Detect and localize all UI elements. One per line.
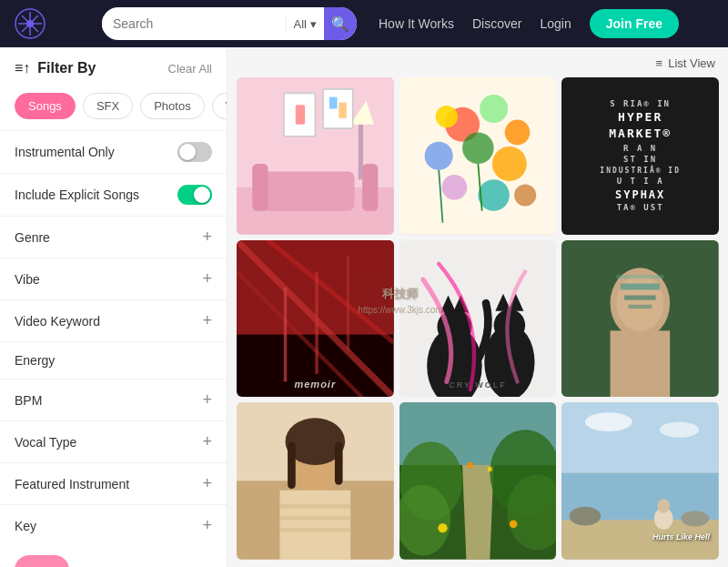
svg-rect-37: [315, 271, 318, 373]
svg-point-51: [617, 275, 664, 331]
search-bar: All ▾ 🔍: [102, 7, 357, 40]
svg-point-86: [660, 422, 699, 438]
svg-rect-16: [329, 97, 338, 109]
featured-instrument-label: Featured Instrument: [15, 477, 129, 491]
svg-point-25: [492, 147, 527, 181]
green-portrait-illustration: [561, 240, 719, 398]
explicit-songs-row: Include Explicit Songs: [0, 173, 227, 216]
join-free-button[interactable]: Join Free: [590, 9, 679, 38]
pink-room-illustration: [237, 77, 394, 235]
svg-rect-14: [296, 105, 305, 125]
explicit-songs-label: Include Explicit Songs: [15, 187, 139, 202]
svg-point-27: [478, 179, 510, 211]
grid-item-pink-room[interactable]: [237, 77, 394, 235]
sidebar: ≡↑ Filter By Clear All Songs SFX Photos …: [0, 47, 228, 567]
filter-section-bpm[interactable]: BPM +: [0, 379, 227, 420]
tab-sfx[interactable]: SFX: [83, 93, 133, 119]
svg-rect-54: [629, 304, 652, 308]
svg-rect-61: [279, 517, 350, 521]
svg-rect-78: [561, 402, 719, 473]
video-keyword-label: Video Keyword: [15, 314, 100, 329]
svg-point-22: [504, 120, 530, 146]
svg-point-23: [462, 132, 494, 164]
svg-rect-55: [617, 275, 664, 278]
category-tabs: Songs SFX Photos Videos: [0, 86, 227, 130]
main-layout: ≡↑ Filter By Clear All Songs SFX Photos …: [0, 47, 728, 567]
grid-item-green-portrait[interactable]: [561, 240, 719, 398]
grid-item-garden[interactable]: [399, 402, 557, 560]
svg-point-82: [682, 511, 710, 526]
search-dropdown[interactable]: All ▾: [286, 17, 324, 31]
list-view-button[interactable]: ≡ List View: [656, 56, 715, 70]
grid-item-cry-wolf[interactable]: CRY WOLF: [399, 240, 557, 398]
tab-photos[interactable]: Photos: [140, 93, 204, 119]
svg-point-20: [435, 106, 457, 127]
filter-section-vibe[interactable]: Vibe +: [0, 258, 227, 299]
search-button[interactable]: 🔍: [324, 7, 357, 40]
svg-rect-62: [279, 528, 350, 532]
toggle-knob: [179, 144, 196, 160]
nav-login[interactable]: Login: [540, 16, 571, 31]
filter-section-featured-instrument[interactable]: Featured Instrument +: [0, 462, 227, 504]
clear-all-button[interactable]: Clear All: [168, 62, 212, 76]
video-keyword-expand-icon: +: [202, 311, 212, 330]
filter-header: ≡↑ Filter By Clear All: [0, 47, 227, 86]
genre-expand-icon: +: [202, 228, 212, 247]
grid-item-flowers[interactable]: [399, 77, 557, 235]
nav-how-it-works[interactable]: How It Works: [379, 16, 454, 31]
svg-rect-38: [347, 256, 349, 350]
svg-point-73: [438, 523, 447, 532]
grid-item-memoir[interactable]: memoir: [237, 240, 394, 398]
memoir-illustration: [237, 240, 394, 398]
vocal-type-label: Vocal Type: [15, 435, 76, 450]
grid-item-text-art[interactable]: S RIA® IN HYPER MARKET® R A N ST IN INDU…: [561, 77, 719, 235]
toggle-knob: [194, 187, 210, 203]
filter-section-genre[interactable]: Genre +: [0, 216, 227, 258]
filter-section-energy[interactable]: Energy: [0, 341, 227, 379]
svg-rect-8: [260, 172, 355, 211]
instrumental-only-label: Instrumental Only: [15, 145, 115, 159]
bpm-expand-icon: +: [202, 390, 212, 410]
grid-item-coastal[interactable]: Hurts Like Hell: [561, 402, 719, 560]
key-label: Key: [15, 519, 36, 533]
svg-rect-50: [611, 330, 671, 397]
svg-point-74: [510, 521, 518, 529]
woman-portrait-illustration: [237, 402, 394, 560]
cry-wolf-label: CRY WOLF: [399, 380, 557, 390]
image-grid: S RIA® IN HYPER MARKET® R A N ST IN INDU…: [237, 77, 719, 560]
grid-item-woman-portrait[interactable]: [237, 402, 394, 560]
svg-rect-36: [284, 287, 287, 381]
svg-rect-65: [335, 442, 343, 485]
tab-songs[interactable]: Songs: [15, 93, 76, 119]
vibe-label: Vibe: [15, 272, 40, 287]
tab-videos[interactable]: Videos: [212, 93, 228, 119]
explicit-songs-toggle[interactable]: [177, 185, 212, 205]
key-expand-icon: +: [202, 516, 212, 535]
vocal-type-expand-icon: +: [202, 432, 212, 451]
nav-links: How It Works Discover Login Join Free: [379, 9, 679, 38]
filter-section-key[interactable]: Key +: [0, 504, 227, 546]
content-header: ≡ List View: [237, 56, 719, 70]
search-icon: 🔍: [331, 15, 349, 33]
instrumental-only-toggle[interactable]: [177, 142, 212, 162]
search-input[interactable]: [102, 16, 286, 31]
svg-point-5: [26, 20, 34, 27]
content-area: ≡ List View: [228, 47, 728, 567]
flowers-illustration: [399, 77, 557, 235]
genre-label: Genre: [15, 230, 50, 245]
svg-point-81: [570, 507, 602, 526]
svg-rect-53: [624, 295, 656, 299]
svg-point-85: [585, 413, 632, 432]
svg-point-84: [658, 500, 671, 514]
svg-rect-52: [621, 283, 660, 289]
svg-point-21: [480, 95, 508, 123]
cry-wolf-illustration: [399, 240, 557, 398]
svg-rect-60: [279, 505, 350, 509]
nav-discover[interactable]: Discover: [472, 16, 521, 31]
svg-rect-64: [288, 442, 296, 490]
svg-marker-68: [462, 465, 494, 560]
instrumental-only-row: Instrumental Only: [0, 130, 227, 173]
list-view-icon: ≡: [656, 56, 663, 70]
filter-section-video-keyword[interactable]: Video Keyword +: [0, 299, 227, 341]
filter-section-vocal-type[interactable]: Vocal Type +: [0, 420, 227, 462]
